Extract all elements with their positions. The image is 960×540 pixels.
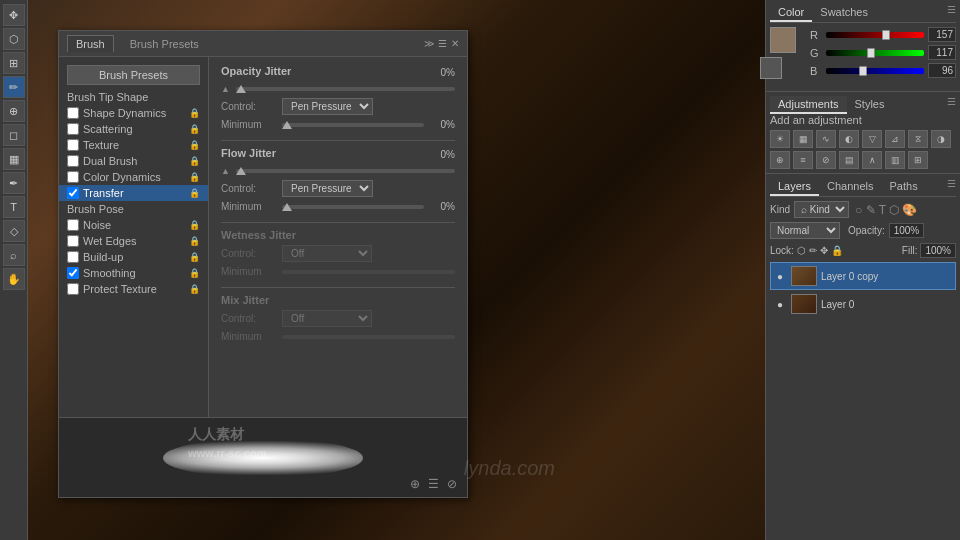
tab-styles[interactable]: Styles [847,96,893,114]
option-texture[interactable]: Texture 🔒 [59,137,208,153]
option-noise[interactable]: Noise 🔒 [59,217,208,233]
panel-expand-icon[interactable]: ≫ [424,38,434,49]
mix-control-dropdown[interactable]: Off [282,310,372,327]
channel-b-value[interactable]: 96 [928,63,956,78]
tab-brush-presets[interactable]: Brush Presets [122,36,207,52]
flow-minimum-slider[interactable] [282,205,424,209]
checkbox-smoothing[interactable] [67,267,79,279]
option-shape-dynamics[interactable]: Shape Dynamics 🔒 [59,105,208,121]
adj-bw[interactable]: ◑ [931,130,951,148]
lock-all[interactable]: 🔒 [831,245,843,256]
checkbox-color-dynamics[interactable] [67,171,79,183]
tab-paths[interactable]: Paths [882,178,926,196]
adj-threshold[interactable]: ∧ [862,151,882,169]
panel-menu-icon[interactable]: ☰ [438,38,447,49]
tool-pen[interactable]: ✒ [3,172,25,194]
adj-vibrance[interactable]: ▽ [862,130,882,148]
tab-brush[interactable]: Brush [67,35,114,52]
tool-stamp[interactable]: ⊕ [3,100,25,122]
tool-brush[interactable]: ✏ [3,76,25,98]
adj-brightness[interactable]: ☀ [770,130,790,148]
preview-icon-2[interactable]: ☰ [428,477,439,491]
adj-curves[interactable]: ∿ [816,130,836,148]
blending-mode-select[interactable]: Normal [770,222,840,239]
layers-panel-menu[interactable]: ☰ [947,178,956,196]
opacity-value[interactable]: 100% [889,223,925,238]
adj-exposure[interactable]: ◐ [839,130,859,148]
adj-levels[interactable]: ▦ [793,130,813,148]
foreground-color[interactable] [770,27,796,53]
panel-close-icon[interactable]: ✕ [451,38,459,49]
eye-icon-0[interactable]: ● [773,297,787,311]
tool-move[interactable]: ✥ [3,4,25,26]
option-brush-tip-shape[interactable]: Brush Tip Shape [59,89,208,105]
channel-r-slider[interactable] [826,32,924,38]
option-protect-texture[interactable]: Protect Texture 🔒 [59,281,208,297]
tool-crop[interactable]: ⊞ [3,52,25,74]
opacity-minimum-slider[interactable] [282,123,424,127]
wetness-minimum-slider[interactable] [282,270,455,274]
layer-item-0[interactable]: ● Layer 0 [770,290,956,318]
lock-transparent[interactable]: ⬡ [797,245,806,256]
adj-invert[interactable]: ⊘ [816,151,836,169]
tab-swatches[interactable]: Swatches [812,4,876,22]
adj-posterize[interactable]: ▤ [839,151,859,169]
mix-minimum-slider[interactable] [282,335,455,339]
adj-photo-filter[interactable]: ⊕ [770,151,790,169]
channel-g-value[interactable]: 117 [928,45,956,60]
adj-selective-color[interactable]: ⊞ [908,151,928,169]
flow-control-dropdown[interactable]: Pen Pressure Off Fade Pen Tilt Stylus Wh… [282,180,373,197]
tool-eraser[interactable]: ◻ [3,124,25,146]
option-brush-pose[interactable]: Brush Pose [59,201,208,217]
tab-layers[interactable]: Layers [770,178,819,196]
option-transfer[interactable]: Transfer 🔒 [59,185,208,201]
opacity-control-dropdown[interactable]: Pen Pressure Off Fade Pen Tilt Stylus Wh… [282,98,373,115]
tab-channels[interactable]: Channels [819,178,881,196]
tab-adjustments[interactable]: Adjustments [770,96,847,114]
adj-mixer[interactable]: ≡ [793,151,813,169]
adj-gradient-map[interactable]: ▥ [885,151,905,169]
checkbox-transfer[interactable] [67,187,79,199]
option-scattering[interactable]: Scattering 🔒 [59,121,208,137]
tool-shape[interactable]: ◇ [3,220,25,242]
tab-color[interactable]: Color [770,4,812,22]
checkbox-build-up[interactable] [67,251,79,263]
adj-hue[interactable]: ⊿ [885,130,905,148]
wetness-control-dropdown[interactable]: Off [282,245,372,262]
option-wet-edges[interactable]: Wet Edges 🔒 [59,233,208,249]
checkbox-dual-brush[interactable] [67,155,79,167]
option-build-up[interactable]: Build-up 🔒 [59,249,208,265]
channel-r-value[interactable]: 157 [928,27,956,42]
opacity-jitter-slider[interactable] [236,87,455,91]
tool-hand[interactable]: ✋ [3,268,25,290]
checkbox-scattering[interactable] [67,123,79,135]
flow-jitter-slider[interactable] [236,169,455,173]
checkbox-texture[interactable] [67,139,79,151]
lock-paint[interactable]: ✏ [809,245,817,256]
tool-lasso[interactable]: ⬡ [3,28,25,50]
layer-item-0-copy[interactable]: ● Layer 0 copy [770,262,956,290]
preview-icon-1[interactable]: ⊕ [410,477,420,491]
background-color[interactable] [760,57,782,79]
tool-type[interactable]: T [3,196,25,218]
lock-move[interactable]: ✥ [820,245,828,256]
checkbox-wet-edges[interactable] [67,235,79,247]
channel-b-slider[interactable] [826,68,924,74]
option-color-dynamics[interactable]: Color Dynamics 🔒 [59,169,208,185]
option-dual-brush[interactable]: Dual Brush 🔒 [59,153,208,169]
brush-presets-button[interactable]: Brush Presets [67,65,200,85]
checkbox-noise[interactable] [67,219,79,231]
channel-g-slider[interactable] [826,50,924,56]
fill-value[interactable]: 100% [920,243,956,258]
tool-gradient[interactable]: ▦ [3,148,25,170]
preview-icon-3[interactable]: ⊘ [447,477,457,491]
layer-filter-kind[interactable]: ⌕ Kind [794,201,849,218]
color-panel-menu[interactable]: ☰ [947,4,956,22]
checkbox-protect-texture[interactable] [67,283,79,295]
checkbox-shape-dynamics[interactable] [67,107,79,119]
adj-color-balance[interactable]: ⧖ [908,130,928,148]
adj-panel-menu[interactable]: ☰ [947,96,956,114]
tool-zoom[interactable]: ⌕ [3,244,25,266]
option-smoothing[interactable]: Smoothing 🔒 [59,265,208,281]
eye-icon-0-copy[interactable]: ● [773,269,787,283]
